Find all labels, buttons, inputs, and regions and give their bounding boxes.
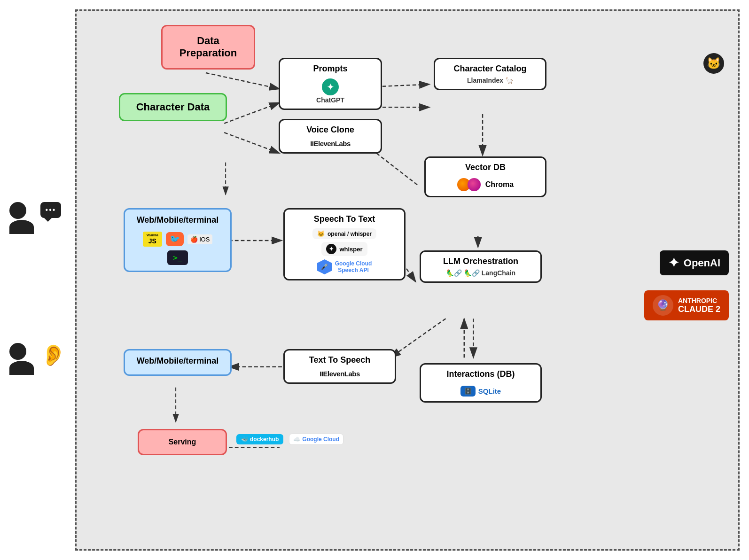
serving-node: Serving <box>138 429 227 455</box>
chroma-right-circle <box>468 178 481 191</box>
ios-badge: 🍎 iOS <box>187 234 212 244</box>
svg-line-1 <box>206 73 280 89</box>
voice-clone-subtitle: IIElevenLabs <box>310 140 351 148</box>
whisper-badge: ✦ whisper <box>321 242 367 256</box>
svg-line-4 <box>376 84 429 86</box>
speech-to-text-node: Speech To Text 🐱 openai / whisper ✦ whis… <box>283 208 406 280</box>
person-speaking: ••• <box>9 202 61 234</box>
serving-label: Serving <box>169 438 196 446</box>
docker-icon: 🐳 <box>241 436 248 443</box>
data-prep-node: Data Preparation <box>161 25 255 70</box>
google-cloud-badge: ☁️ Google Cloud <box>289 434 343 445</box>
svg-line-3 <box>224 132 280 153</box>
character-catalog-node: Character Catalog LlamaIndex 🦙 <box>434 58 546 90</box>
github-icon: 🐱 <box>703 53 724 74</box>
serving-badges: 🐳 dockerhub ☁️ Google Cloud <box>236 434 343 445</box>
diagram-background: Data Preparation Character Data 🐱 Prompt… <box>75 9 740 551</box>
character-data-node: Character Data <box>119 93 227 121</box>
web-mobile-top-title: Web/Mobile/terminal <box>137 215 219 225</box>
terminal-prompt: >_ <box>173 253 182 262</box>
voice-clone-title: Voice Clone <box>306 125 354 135</box>
speech-to-text-title: Speech To Text <box>314 214 375 224</box>
swift-icon: 🐦 <box>166 232 184 246</box>
person-icon-speaking <box>9 202 34 234</box>
anthropic-icon: 🔮 <box>653 295 673 316</box>
google-speech-badge: 🎤 Google CloudSpeech API <box>317 259 372 274</box>
prompts-node: Prompts ✦ ChatGPT <box>279 58 382 110</box>
langchain-icon: 🦜🔗 <box>446 269 462 277</box>
langchain-badge: 🦜🔗 🦜🔗 LangChain <box>446 269 515 277</box>
whisper-label: whisper <box>339 246 362 253</box>
dockerhub-badge: 🐳 dockerhub <box>236 434 283 444</box>
sqlite-label: SQLite <box>478 387 501 395</box>
google-cloud-label: Google Cloud <box>302 436 339 443</box>
text-to-speech-subtitle: IIElevenLabs <box>320 370 360 378</box>
google-cloud-icon: ☁️ <box>293 436 300 443</box>
chatgpt-icon: ✦ <box>322 78 339 95</box>
prompts-title: Prompts <box>313 64 347 74</box>
ellipsis-icon: ••• <box>46 206 56 214</box>
text-to-speech-title: Text To Speech <box>309 355 370 365</box>
person-body-1 <box>9 220 34 234</box>
person-head-2 <box>9 343 26 360</box>
llm-orch-node: LLM Orchestration 🦜🔗 🦜🔗 LangChain <box>420 250 542 283</box>
google-speech-label: Google CloudSpeech API <box>335 260 372 273</box>
interactions-db-node: Interactions (DB) 🗄️ SQLite <box>420 363 542 403</box>
vector-db-title: Vector DB <box>465 163 506 172</box>
web-mobile-bottom-title: Web/Mobile/terminal <box>137 356 219 366</box>
openai-label: OpenAI <box>684 257 720 269</box>
anthropic-label: ANTHROPIC <box>678 297 720 304</box>
js-badge: VanillaJS <box>143 232 162 247</box>
data-prep-label: Data Preparation <box>172 35 244 60</box>
web-mobile-top-node: Web/Mobile/terminal VanillaJS 🐦 🍎 iOS >_ <box>124 208 232 272</box>
openai-whisper-badge: 🐱 openai / whisper <box>312 228 376 239</box>
google-hex-icon: 🎤 <box>317 259 332 274</box>
svg-line-2 <box>224 103 280 124</box>
github-small-icon: 🐱 <box>317 230 325 237</box>
character-catalog-title: Character Catalog <box>453 64 526 74</box>
text-to-speech-node: Text To Speech IIElevenLabs <box>283 349 396 384</box>
person-body-2 <box>9 361 34 375</box>
llm-orch-title: LLM Orchestration <box>443 257 518 266</box>
person-icon-listening <box>9 343 34 375</box>
prompts-subtitle: ChatGPT <box>316 96 344 104</box>
openai-logo-icon: ✦ <box>668 255 679 271</box>
openai-whisper-label: openai / whisper <box>328 231 372 237</box>
vector-db-node: Vector DB Chroma <box>424 156 546 197</box>
speech-bubble-icon: ••• <box>40 202 61 218</box>
chroma-icon-group: Chroma <box>457 178 514 191</box>
person-head-1 <box>9 202 26 219</box>
claude-label: CLAUDE 2 <box>678 304 720 314</box>
anthropic-badge: 🔮 ANTHROPIC CLAUDE 2 <box>644 290 729 320</box>
ear-icon: 👂 <box>40 343 66 367</box>
svg-line-12 <box>390 319 446 358</box>
sqlite-badge: 🗄️ SQLite <box>460 386 501 397</box>
interactions-db-title: Interactions (DB) <box>446 369 515 379</box>
person-listening: 👂 <box>9 343 66 375</box>
voice-clone-node: Voice Clone IIElevenLabs <box>279 119 382 154</box>
terminal-badge: >_ <box>167 250 187 265</box>
whisper-icon: ✦ <box>326 244 336 254</box>
dockerhub-label: dockerhub <box>250 436 279 443</box>
svg-line-7 <box>376 153 418 185</box>
sqlite-icon: 🗄️ <box>460 386 476 397</box>
openai-badge: ✦ OpenAI <box>660 250 729 275</box>
character-catalog-subtitle: LlamaIndex 🦙 <box>467 77 513 84</box>
chroma-label: Chroma <box>485 180 514 189</box>
web-mobile-bottom-node: Web/Mobile/terminal <box>124 349 232 376</box>
langchain-label: 🦜🔗 LangChain <box>464 269 515 277</box>
arrows-svg <box>77 11 738 549</box>
character-data-label: Character Data <box>136 101 210 113</box>
